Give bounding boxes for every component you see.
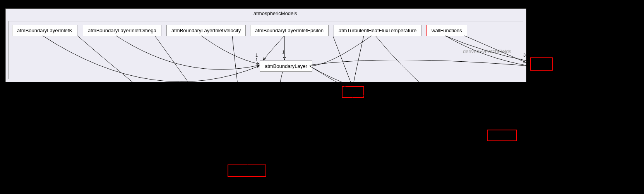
node-atmBoundaryLayerInletOmega[interactable]: atmBoundaryLayerInletOmega xyxy=(83,25,161,36)
node-wallFunctions[interactable]: wallFunctions xyxy=(426,25,467,36)
node-label: atmBoundaryLayer xyxy=(265,63,307,69)
redbox-3[interactable] xyxy=(228,165,266,177)
node-atmBoundaryLayerInletEpsilon[interactable]: atmBoundaryLayerInletEpsilon xyxy=(250,25,329,36)
node-label: atmBoundaryLayerInletK xyxy=(17,28,72,33)
node-atmBoundaryLayer[interactable]: atmBoundaryLayer xyxy=(260,61,312,72)
redbox-2[interactable] xyxy=(487,130,517,141)
cluster-outer-title[interactable]: atmosphericModels xyxy=(253,10,297,16)
redbox-4[interactable] xyxy=(530,57,553,71)
cluster-inner-label: derivedFvPatchFields xyxy=(463,48,511,54)
node-label: atmTurbulentHeatFluxTemperature xyxy=(339,28,416,33)
node-label: atmBoundaryLayerInletOmega xyxy=(88,28,156,33)
node-label: atmBoundaryLayerInletVelocity xyxy=(171,28,241,33)
node-label: atmBoundaryLayerInletEpsilon xyxy=(255,28,324,33)
edge-label-3: 1 xyxy=(255,57,258,62)
edge-label-1: 1 xyxy=(282,50,284,54)
edge-label-4: 3 xyxy=(523,53,526,57)
node-atmTurbulentHeatFluxTemperature[interactable]: atmTurbulentHeatFluxTemperature xyxy=(334,25,421,36)
edge-label-5: 2 xyxy=(523,59,526,64)
node-label: wallFunctions xyxy=(432,28,462,33)
node-atmBoundaryLayerInletK[interactable]: atmBoundaryLayerInletK xyxy=(12,25,77,36)
node-atmBoundaryLayerInletVelocity[interactable]: atmBoundaryLayerInletVelocity xyxy=(166,25,246,36)
redbox-1[interactable] xyxy=(342,86,364,98)
edge-label-2: 1 xyxy=(255,53,258,57)
